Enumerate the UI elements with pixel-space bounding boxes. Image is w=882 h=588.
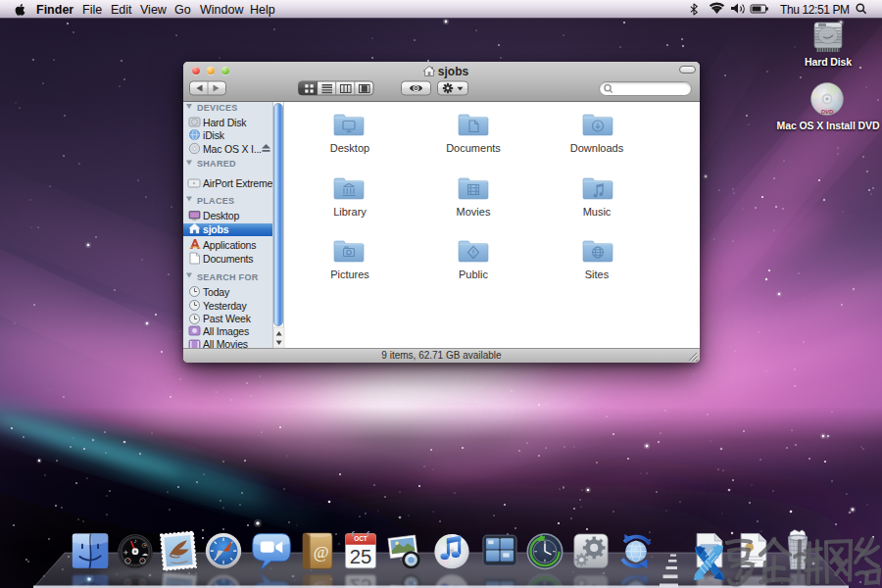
svg-text:DVD: DVD [821,109,834,115]
